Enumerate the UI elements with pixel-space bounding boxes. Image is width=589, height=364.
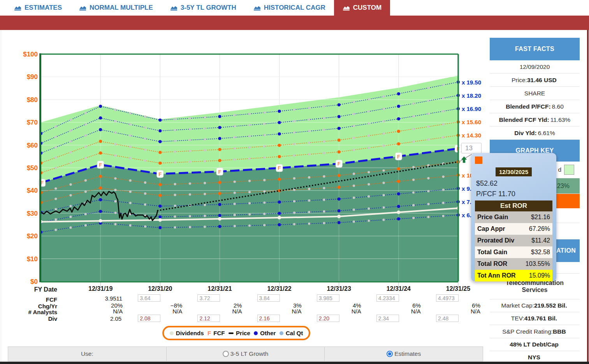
- company-info-row-2: S&P Credit Rating: BBB: [490, 325, 580, 338]
- row-label-fy-date: FY Date: [0, 286, 57, 293]
- row-label--analysts: # Analysts: [0, 309, 57, 315]
- multiple-label: x 19.50: [462, 79, 481, 86]
- fy-date: 12/31/24: [373, 285, 424, 292]
- multiple-up-arrow-icon[interactable]: [460, 156, 468, 164]
- est-ror-row-price-gain: Price Gain$21.16: [475, 211, 552, 223]
- lt-growth-label: 3-5 LT Growth: [230, 350, 269, 357]
- tab-label: CUSTOM: [353, 4, 382, 12]
- y-axis-label: $10: [27, 255, 38, 263]
- row-label-fcf: FCF: [0, 296, 57, 303]
- legend-dot-icon: [170, 331, 174, 335]
- use-controls-bar: Use: 3-5 LT Growth Estimates: [8, 346, 483, 361]
- est-ror-row-prorated-div: Prorated Div$11.42: [475, 235, 552, 246]
- fcf-input[interactable]: [257, 294, 280, 302]
- estimates-radio[interactable]: [387, 351, 393, 357]
- fy-date: 12/31/23: [313, 285, 365, 292]
- area-chart-icon: [253, 5, 261, 11]
- fast-facts-row-3: Blended P/FCF: 8.60: [490, 100, 580, 113]
- analysts-value: N/A: [257, 308, 302, 315]
- tab-3-5y-tl-growth[interactable]: 3-5Y TL GROWTH: [162, 0, 245, 16]
- div-input[interactable]: [317, 315, 339, 322]
- page-right-border: [587, 30, 589, 362]
- svg-text:F: F: [99, 162, 102, 168]
- tooltip-date: 12/30/2025: [471, 169, 556, 176]
- legend-item-other: Other: [254, 330, 276, 336]
- y-axis-label: $70: [27, 119, 38, 126]
- est-ror-header: Est ROR: [475, 200, 552, 211]
- y-axis-label: $50: [27, 164, 38, 172]
- fy-date: 12/31/20: [134, 285, 186, 292]
- graph-key-row1-text: d: [558, 166, 561, 173]
- div-input[interactable]: [436, 315, 459, 322]
- lt-growth-radio[interactable]: [223, 351, 229, 357]
- fcf-input[interactable]: [436, 294, 459, 302]
- fcf-input[interactable]: [317, 294, 339, 302]
- tab-label: HISTORICAL CAGR: [264, 4, 325, 12]
- est-ror-row-value: $32.58: [531, 249, 550, 256]
- option-lt-growth[interactable]: 3-5 LT Growth: [167, 347, 325, 361]
- analysts-value: N/A: [436, 308, 480, 315]
- tab-normal-multiple[interactable]: NORMAL MULTIPLE: [70, 0, 162, 16]
- tab-label: 3-5Y TL GROWTH: [181, 4, 236, 12]
- est-ror-row-cap-appr: Cap Appr67.26%: [475, 223, 552, 235]
- company-info-row-0: Market Cap: 219.552 Bil.: [490, 299, 580, 312]
- y-axis-label: $30: [27, 210, 38, 217]
- est-ror-table: Est ROR Price Gain$21.16Cap Appr67.26%Pr…: [475, 200, 552, 281]
- fy-date: 12/31/19: [75, 285, 126, 292]
- div-input[interactable]: [376, 315, 399, 322]
- est-ror-row-label: Total Gain: [477, 249, 507, 256]
- custom-multiple-input[interactable]: [461, 143, 482, 153]
- est-ror-row-total-gain: Total Gain$32.58: [475, 246, 552, 258]
- page-left-border: [1, 30, 1, 362]
- est-ror-row-label: Prorated Div: [477, 237, 514, 244]
- estimates-label: Estimates: [394, 350, 421, 357]
- tab-label: NORMAL MULTIPLE: [90, 4, 153, 12]
- est-ror-row-tot-ann-ror: Tot Ann ROR15.09%: [475, 270, 552, 281]
- est-ror-row-label: Price Gain: [477, 214, 508, 221]
- area-chart-icon: [170, 5, 178, 11]
- fy-date: 12/31/25: [433, 285, 484, 292]
- option-estimates[interactable]: Estimates: [325, 347, 483, 361]
- svg-text:F: F: [158, 171, 162, 177]
- tab-label: ESTIMATES: [25, 4, 62, 12]
- page: ESTIMATESNORMAL MULTIPLE3-5Y TL GROWTHHI…: [0, 0, 589, 364]
- tooltip-drag-handle[interactable]: [475, 157, 482, 164]
- svg-text:F: F: [278, 165, 281, 171]
- div-input[interactable]: [257, 315, 280, 322]
- multiple-label: x 16.90: [462, 106, 481, 112]
- legend-item-price: Price: [229, 330, 250, 336]
- tab-custom[interactable]: CUSTOM: [334, 0, 390, 16]
- legend-item-fcf: FFCF: [207, 330, 225, 336]
- div-input[interactable]: [138, 315, 160, 322]
- y-axis-label: $80: [27, 96, 38, 104]
- fy-date: 12/31/22: [254, 285, 305, 292]
- tab-estimates[interactable]: ESTIMATES: [5, 0, 70, 16]
- tab-bar: ESTIMATESNORMAL MULTIPLE3-5Y TL GROWTHHI…: [0, 0, 589, 16]
- tab-historical-cagr[interactable]: HISTORICAL CAGR: [245, 0, 334, 16]
- fcf-input[interactable]: [376, 294, 399, 302]
- y-axis-label: $90: [27, 73, 38, 81]
- fiscal-year-table: FY DateFCFChg/Yr# AnalystsDiv12/31/193.9…: [0, 285, 489, 324]
- fcf-input[interactable]: [138, 294, 160, 302]
- estimate-ror-tooltip: 12/30/2025 $52.62 P/FCF 11.70 Est ROR Pr…: [471, 153, 556, 281]
- light-green-swatch-icon: [564, 165, 574, 175]
- est-ror-row-value: 15.09%: [529, 272, 550, 279]
- use-label-cell: Use:: [8, 347, 167, 361]
- fast-facts-row-4: Blended FCF Yld: 11.63%: [490, 113, 580, 127]
- fcf-input[interactable]: [197, 294, 220, 302]
- fast-facts-header: FAST FACTS: [490, 38, 580, 60]
- company-info-row-3: 48% LT Debt/Cap: [490, 338, 580, 351]
- price-fcf-chart: FFFFFFFF$0$10$20$30$40$50$60$70$80$90$10…: [0, 47, 489, 291]
- row-label-div: Div: [0, 315, 57, 322]
- header-red-bar: [0, 16, 589, 30]
- legend-item-dividends: Dividends: [170, 330, 204, 336]
- y-axis-label: $100: [23, 51, 38, 58]
- div-input[interactable]: [197, 315, 220, 322]
- legend-dot-icon: [280, 331, 283, 335]
- multiple-label: x 15.60: [462, 119, 481, 125]
- legend-f-icon: F: [207, 330, 211, 336]
- chart-legend: DividendsFFCFPriceOtherCal Qt: [162, 326, 310, 340]
- est-ror-row-value: 67.26%: [529, 225, 550, 232]
- fy-date: 12/31/21: [194, 285, 245, 292]
- y-axis-label: $0: [30, 278, 38, 285]
